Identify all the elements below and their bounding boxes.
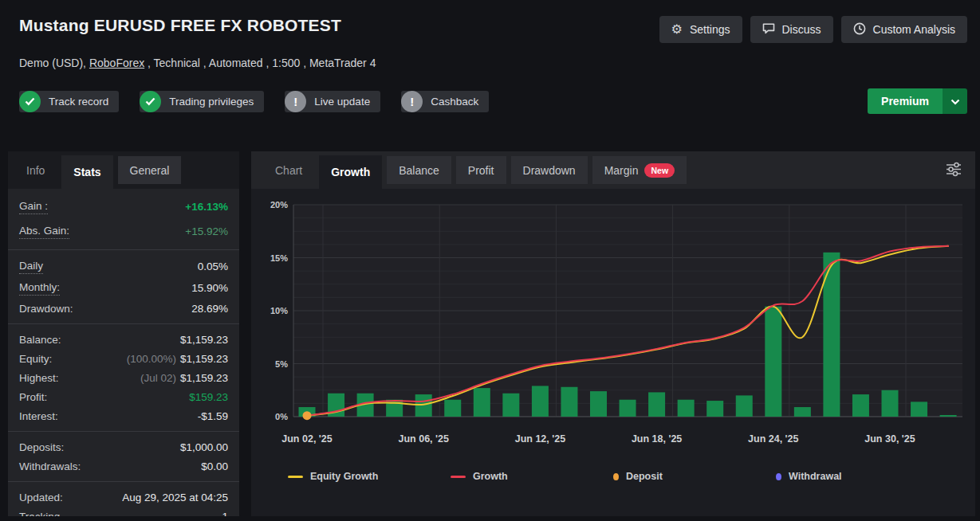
badge-track-record[interactable]: Track record — [19, 91, 119, 112]
growth-chart[interactable]: 0%5%10%15%20%Jun 02, '25Jun 06, '25Jun 1… — [251, 195, 975, 460]
tab-stats-label: Stats — [73, 166, 100, 178]
bar-daily-gain — [736, 395, 753, 417]
stat-row: Drawdown:28.69% — [19, 299, 228, 318]
legend-swatch-deposit — [613, 473, 619, 480]
stat-label-deposits: Deposits: — [19, 441, 64, 453]
settings-button-label: Settings — [690, 23, 730, 36]
bar-daily-gain — [794, 407, 811, 417]
x-tick-label: Jun 18, '25 — [632, 433, 682, 445]
bar-daily-gain — [852, 394, 869, 417]
bar-daily-gain — [590, 391, 607, 417]
stat-label-updated: Updated: — [19, 492, 63, 503]
badge-label: Trading privileges — [169, 96, 254, 108]
settings-button[interactable]: ⚙ Settings — [659, 16, 742, 43]
stat-value-withdrawals: $0.00 — [201, 460, 228, 472]
badge-label: Cashback — [431, 96, 478, 108]
chart-tab-profit-label: Profit — [468, 164, 494, 177]
custom-analysis-button-label: Custom Analysis — [873, 23, 955, 36]
exclamation-circle-icon: ! — [401, 91, 423, 112]
badge-live-update[interactable]: !Live update — [285, 91, 380, 112]
stat-value-updated: Aug 29, 2025 at 04:25 — [122, 492, 228, 503]
bar-daily-gain — [620, 400, 636, 417]
stat-value-muted: (100.00%) — [127, 353, 176, 365]
legend-label: Withdrawal — [789, 471, 842, 482]
x-tick-label: Jun 24, '25 — [748, 433, 798, 445]
check-circle-icon — [19, 91, 41, 112]
legend-deposit[interactable]: Deposit — [613, 471, 776, 482]
legend-label: Growth — [473, 471, 508, 482]
marker-deposit — [303, 411, 312, 420]
chart-tab-profit[interactable]: Profit — [456, 156, 506, 184]
stat-row: Gain :+16.13% — [19, 194, 228, 219]
chart-tab-balance[interactable]: Balance — [387, 156, 451, 184]
stat-label-gain[interactable]: Gain : — [19, 200, 48, 214]
stat-row: Highest:(Jul 02)$1,159.23 — [19, 368, 228, 387]
chart-tab-chart[interactable]: Chart — [263, 156, 314, 184]
tab-stats[interactable]: Stats — [61, 155, 112, 189]
stat-row: Monthly:15.90% — [19, 277, 228, 299]
stat-label-monthly[interactable]: Monthly: — [19, 281, 60, 296]
premium-dropdown-button[interactable] — [943, 88, 967, 114]
chart-tab-drawdown[interactable]: Drawdown — [511, 156, 588, 184]
bar-daily-gain — [765, 307, 781, 417]
stat-label-interest: Interest: — [19, 410, 58, 422]
badges-row: Track recordTrading privileges!Live upda… — [19, 88, 967, 114]
gear-icon: ⚙ — [671, 23, 683, 36]
x-tick-label: Jun 02, '25 — [281, 433, 332, 445]
chart-tab-margin[interactable]: MarginNew — [592, 156, 687, 184]
stats-section: Deposits:$1,000.00Withdrawals:$0.00 — [8, 431, 239, 481]
chart-tab-growth-label: Growth — [331, 166, 370, 178]
tab-info-label: Info — [26, 164, 45, 177]
premium-button[interactable]: Premium — [868, 88, 943, 114]
legend-growth[interactable]: Growth — [451, 471, 613, 482]
speech-bubble-icon — [762, 22, 775, 37]
custom-analysis-button[interactable]: Custom Analysis — [841, 16, 967, 43]
chart-options-button[interactable] — [945, 162, 962, 179]
bar-daily-gain — [648, 392, 665, 417]
legend-swatch-equity-growth — [288, 476, 303, 478]
stat-value-muted: (Jul 02) — [140, 372, 176, 384]
stat-value-profit: $159.23 — [189, 391, 228, 403]
x-tick-label: Jun 12, '25 — [515, 433, 565, 445]
clock-icon — [853, 22, 866, 37]
premium-button-group: Premium — [868, 88, 967, 114]
stat-row: Interest:-$1.59 — [19, 406, 228, 425]
badge-trading-privileges[interactable]: Trading privileges — [140, 91, 264, 112]
y-tick-label: 15% — [270, 253, 288, 263]
broker-link[interactable]: RoboForex — [89, 57, 144, 69]
chart-tab-drawdown-label: Drawdown — [523, 164, 576, 177]
legend-withdrawal[interactable]: Withdrawal — [776, 471, 939, 482]
stat-value-balance: $1,159.23 — [180, 334, 228, 346]
badge-cashback[interactable]: !Cashback — [401, 91, 489, 112]
stats-section: Balance:$1,159.23Equity:(100.00%)$1,159.… — [8, 323, 239, 431]
stat-value-gain: +16.13% — [185, 201, 228, 213]
stat-row: Equity:(100.00%)$1,159.23 — [19, 349, 228, 368]
bar-daily-gain — [502, 394, 519, 417]
stat-row: Daily0.05% — [19, 256, 228, 277]
stat-row: Withdrawals:$0.00 — [19, 456, 228, 476]
stat-row: Deposits:$1,000.00 — [19, 437, 228, 456]
stats-section: Gain :+16.13%Abs. Gain:+15.92% — [8, 189, 239, 249]
chart-panel: ChartGrowthBalanceProfitDrawdownMarginNe… — [251, 151, 975, 516]
header: Mustang EURUSD FREE FX ROBOTEST ⚙ Settin… — [0, 0, 980, 114]
tab-info[interactable]: Info — [14, 156, 57, 184]
stat-label-tracking: Tracking — [19, 511, 60, 517]
stat-label-withdrawals: Withdrawals: — [19, 460, 81, 472]
stat-value-drawdown: 28.69% — [191, 303, 228, 315]
header-buttons: ⚙ Settings Discuss — [659, 16, 967, 43]
legend-equity-growth[interactable]: Equity Growth — [288, 471, 451, 482]
bar-daily-gain — [940, 415, 957, 417]
badge-label: Live update — [314, 96, 370, 108]
stat-row: Updated:Aug 29, 2025 at 04:25 — [19, 488, 228, 507]
chevron-down-icon — [950, 96, 960, 108]
badge-label: Track record — [49, 96, 108, 108]
bar-daily-gain — [532, 386, 549, 417]
chart-tab-growth[interactable]: Growth — [319, 155, 382, 189]
stat-label-abs-gain[interactable]: Abs. Gain: — [19, 225, 69, 239]
stat-label-daily[interactable]: Daily — [19, 260, 43, 274]
bar-daily-gain — [561, 387, 577, 417]
discuss-button[interactable]: Discuss — [750, 16, 833, 43]
stats-body: Gain :+16.13%Abs. Gain:+15.92%Daily0.05%… — [8, 189, 239, 516]
main-content: InfoStatsGeneral Gain :+16.13%Abs. Gain:… — [0, 151, 980, 516]
tab-general[interactable]: General — [118, 156, 182, 184]
